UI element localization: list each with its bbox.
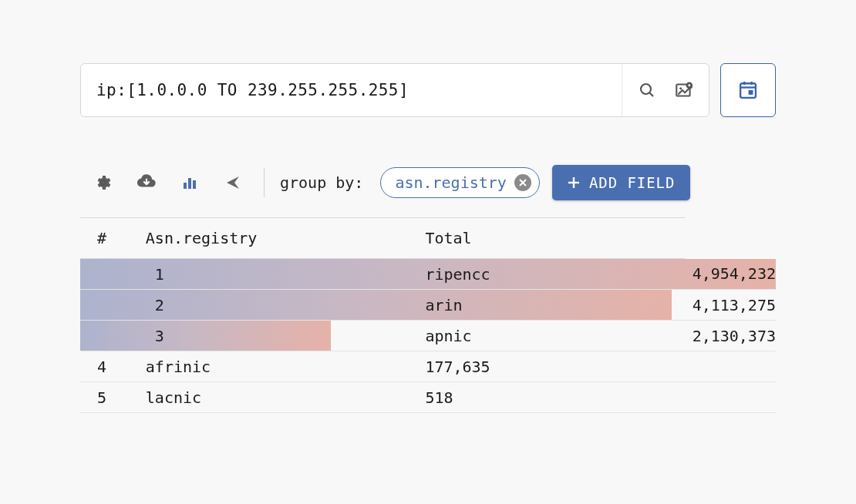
add-field-button[interactable]: ADD FIELD: [552, 165, 691, 200]
cell-num: 1: [138, 259, 418, 290]
search-actions: [622, 64, 709, 116]
search-icon[interactable]: [632, 75, 662, 106]
add-field-label: ADD FIELD: [589, 174, 676, 191]
svg-rect-14: [193, 180, 196, 189]
table-row[interactable]: 4afrinic177,635: [80, 351, 776, 382]
results-table: # Asn.registry Total 1ripencc4,954,2322a…: [80, 217, 776, 413]
search-box: [80, 63, 709, 117]
group-by-label: group by:: [280, 173, 363, 192]
table-row[interactable]: 2arin4,113,275: [80, 290, 776, 321]
table-row[interactable]: 5lacnic518: [80, 382, 776, 413]
group-by-chip[interactable]: asn.registry: [380, 167, 540, 198]
gear-icon[interactable]: [88, 167, 119, 198]
cell-num: 2: [138, 290, 418, 321]
search-input[interactable]: [96, 81, 622, 99]
svg-rect-11: [749, 90, 753, 95]
image-search-icon[interactable]: [669, 75, 699, 106]
svg-line-1: [649, 92, 653, 96]
cell-total: 4,113,275: [685, 290, 776, 321]
svg-rect-13: [188, 178, 191, 189]
chart-icon[interactable]: [174, 167, 205, 198]
cell-registry: apnic: [417, 321, 684, 351]
cell-num: 3: [138, 321, 418, 351]
results-toolbar: group by: asn.registry ADD FIELD: [80, 165, 776, 217]
cell-total: 2,130,373: [685, 321, 776, 351]
cell-total: 518: [417, 382, 684, 413]
share-icon[interactable]: [217, 167, 248, 198]
svg-point-0: [641, 84, 651, 94]
plus-icon: [568, 176, 580, 189]
close-icon[interactable]: [514, 174, 531, 191]
download-icon[interactable]: [131, 167, 162, 198]
col-header-total[interactable]: Total: [417, 218, 684, 259]
cell-registry: arin: [417, 290, 684, 321]
cell-total: 4,954,232: [685, 259, 776, 290]
date-picker-button[interactable]: [720, 63, 776, 117]
cell-num: 5: [80, 382, 138, 413]
svg-line-6: [691, 87, 693, 89]
chip-label: asn.registry: [395, 173, 507, 192]
svg-rect-12: [184, 183, 187, 189]
table-row[interactable]: 3apnic2,130,373: [80, 321, 776, 351]
col-header-registry[interactable]: Asn.registry: [138, 218, 418, 259]
cell-registry: lacnic: [138, 382, 418, 413]
cell-total: 177,635: [417, 351, 684, 382]
table-row[interactable]: 1ripencc4,954,232: [80, 259, 776, 290]
cell-registry: afrinic: [138, 351, 418, 382]
svg-rect-7: [740, 83, 756, 98]
col-header-num[interactable]: #: [80, 218, 138, 259]
toolbar-divider: [264, 168, 265, 197]
svg-point-3: [679, 87, 682, 89]
cell-registry: ripencc: [417, 259, 684, 290]
cell-num: 4: [80, 351, 138, 382]
